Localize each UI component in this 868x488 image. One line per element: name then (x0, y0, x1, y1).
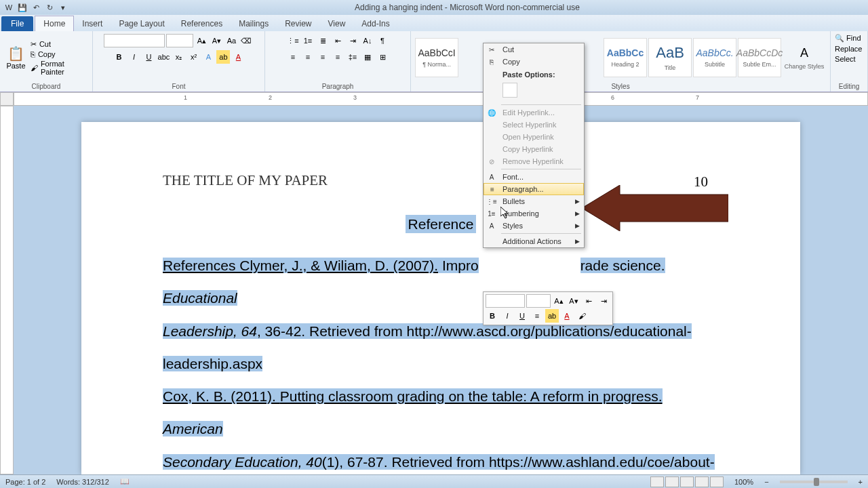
line-spacing-button[interactable]: ‡≡ (346, 50, 359, 64)
view-web-layout[interactable] (680, 476, 694, 487)
tab-references[interactable]: References (173, 16, 231, 31)
sort-button[interactable]: A↓ (361, 34, 374, 47)
mini-grow-font[interactable]: A▴ (552, 294, 566, 308)
status-page[interactable]: Page: 1 of 2 (5, 478, 45, 486)
increase-indent-button[interactable]: ⇥ (346, 34, 359, 47)
tab-insert[interactable]: Insert (74, 16, 111, 31)
strikethrough-button[interactable]: abc (157, 50, 170, 64)
chevron-right-icon: ▶ (575, 238, 580, 245)
italic-button[interactable]: I (127, 50, 140, 64)
mini-bold[interactable]: B (486, 309, 499, 323)
multilevel-button[interactable]: ≣ (316, 34, 330, 47)
mini-decrease-indent[interactable]: ⇤ (582, 294, 595, 308)
context-cut[interactable]: ✂Cut (484, 43, 584, 56)
context-copy-hyperlink[interactable]: Copy Hyperlink (484, 143, 584, 155)
document-area[interactable]: THE TITLE OF MY PAPER 10 Reference Refer… (14, 106, 868, 474)
vertical-ruler[interactable] (0, 106, 14, 474)
shading-button[interactable]: ▦ (361, 50, 374, 64)
style-subtitle[interactable]: AaBbCc.Subtitle (693, 38, 736, 77)
tab-view[interactable]: View (320, 16, 354, 31)
status-words[interactable]: Words: 312/312 (56, 478, 108, 486)
styles-gallery[interactable]: AaBbCcI¶ Norma... AaBbCcHeading 2 AaBTit… (415, 34, 826, 81)
context-select-hyperlink[interactable]: Select Hyperlink (484, 119, 584, 131)
view-full-screen[interactable] (665, 476, 679, 487)
zoom-out-button[interactable]: − (764, 478, 768, 486)
mini-increase-indent[interactable]: ⇥ (597, 294, 610, 308)
mini-shrink-font[interactable]: A▾ (567, 294, 580, 308)
style-normal[interactable]: AaBbCcI¶ Norma... (415, 38, 458, 77)
horizontal-ruler[interactable]: 1 2 3 5 6 7 (14, 92, 868, 106)
proofing-icon[interactable]: 📖 (120, 477, 130, 486)
highlight-button[interactable]: ab (216, 50, 230, 64)
zoom-level[interactable]: 100% (734, 478, 753, 486)
mini-font-select[interactable] (486, 294, 525, 308)
zoom-slider[interactable] (780, 481, 848, 483)
undo-icon[interactable]: ↶ (30, 1, 42, 14)
style-heading2[interactable]: AaBbCcHeading 2 (604, 38, 647, 77)
style-title[interactable]: AaBTitle (648, 38, 692, 77)
replace-button[interactable]: Replace (835, 45, 862, 53)
context-menu: ✂Cut ⎘Copy Paste Options: 🌐Edit Hyperlin… (483, 43, 585, 248)
copy-button[interactable]: ⎘Copy (31, 50, 88, 58)
underline-button[interactable]: U (142, 50, 155, 64)
cut-button[interactable]: ✂Cut (31, 40, 88, 49)
style-subtle-em[interactable]: AaBbCcDcSubtle Em... (738, 38, 781, 77)
text-effects-button[interactable]: A (201, 50, 215, 64)
tab-addins[interactable]: Add-Ins (353, 16, 397, 31)
mini-format-painter[interactable]: 🖌 (575, 309, 589, 323)
save-icon[interactable]: 💾 (16, 1, 28, 14)
font-select[interactable] (104, 34, 165, 47)
mini-highlight[interactable]: ab (545, 309, 559, 323)
bullets-button[interactable]: ⋮≡ (286, 34, 300, 47)
tab-mailings[interactable]: Mailings (231, 16, 277, 31)
context-paragraph[interactable]: ≡Paragraph... (484, 183, 584, 195)
mini-center[interactable]: ≡ (530, 309, 544, 323)
context-edit-hyperlink[interactable]: 🌐Edit Hyperlink... (484, 106, 584, 119)
change-case-button[interactable]: Aa (224, 34, 238, 47)
paste-option-1[interactable] (502, 83, 517, 98)
subscript-button[interactable]: x₂ (172, 50, 185, 64)
find-button[interactable]: 🔍 Find (835, 34, 861, 43)
font-size-select[interactable] (166, 34, 193, 47)
change-styles-button[interactable]: AChange Styles (783, 38, 826, 77)
context-bullets[interactable]: ⋮≡Bullets▶ (484, 195, 584, 207)
shrink-font-button[interactable]: A▾ (210, 34, 223, 47)
borders-button[interactable]: ⊞ (376, 50, 389, 64)
view-outline[interactable] (695, 476, 709, 487)
context-open-hyperlink[interactable]: Open Hyperlink (484, 131, 584, 143)
tab-review[interactable]: Review (277, 16, 319, 31)
zoom-in-button[interactable]: + (859, 478, 863, 486)
context-numbering[interactable]: 1≡Numbering▶ (484, 207, 584, 220)
context-font[interactable]: AFont... (484, 171, 584, 183)
tab-page-layout[interactable]: Page Layout (111, 16, 172, 31)
grow-font-button[interactable]: A▴ (195, 34, 208, 47)
mini-font-color[interactable]: A (560, 309, 574, 323)
show-hide-button[interactable]: ¶ (376, 34, 389, 47)
clear-formatting-button[interactable]: ⌫ (239, 34, 253, 47)
justify-button[interactable]: ≡ (331, 50, 344, 64)
superscript-button[interactable]: x² (186, 50, 200, 64)
context-additional-actions[interactable]: Additional Actions▶ (484, 235, 584, 247)
decrease-indent-button[interactable]: ⇤ (331, 34, 344, 47)
numbering-button[interactable]: 1≡ (301, 34, 315, 47)
format-painter-button[interactable]: 🖌Format Painter (31, 60, 88, 76)
mini-italic[interactable]: I (500, 309, 514, 323)
paste-button[interactable]: 📋 Paste (4, 45, 28, 70)
bold-button[interactable]: B (112, 50, 125, 64)
view-draft[interactable] (710, 476, 724, 487)
context-styles[interactable]: AStyles▶ (484, 220, 584, 232)
align-center-button[interactable]: ≡ (301, 50, 315, 64)
redo-icon[interactable]: ↻ (43, 1, 56, 14)
mini-size-select[interactable] (526, 294, 551, 308)
align-left-button[interactable]: ≡ (286, 50, 300, 64)
mini-underline[interactable]: U (515, 309, 529, 323)
tab-file[interactable]: File (1, 16, 33, 31)
view-print-layout[interactable] (650, 476, 664, 487)
tab-home[interactable]: Home (35, 16, 74, 31)
font-color-button[interactable]: A (231, 50, 245, 64)
select-button[interactable]: Select (835, 55, 856, 63)
context-copy[interactable]: ⎘Copy (484, 56, 584, 68)
context-remove-hyperlink[interactable]: ⊘Remove Hyperlink (484, 155, 584, 167)
align-right-button[interactable]: ≡ (316, 50, 330, 64)
qat-dropdown-icon[interactable]: ▾ (57, 1, 69, 14)
